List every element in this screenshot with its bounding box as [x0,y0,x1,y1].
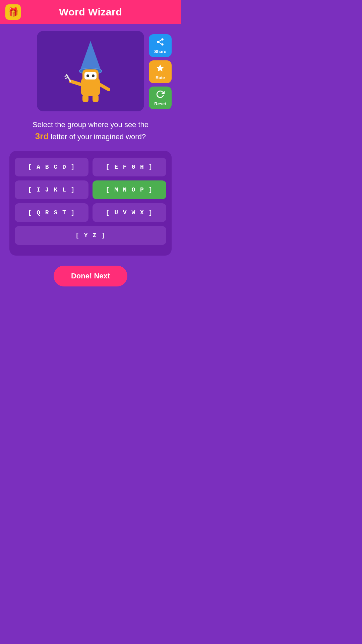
svg-rect-8 [82,95,88,102]
gift-icon: 🎁 [8,7,18,17]
main-content: Share Rate Re [0,24,181,293]
svg-point-15 [161,38,164,41]
app-title: Word Wizard [59,6,122,18]
group-efgh-button[interactable]: [ E F G H ] [93,158,166,176]
svg-line-10 [70,81,81,85]
question-text: Select the group where you see the 3rd l… [9,119,172,143]
gift-button[interactable]: 🎁 [5,4,21,20]
group-uvwx-button[interactable]: [ U V W X ] [93,203,166,222]
wizard-character [64,38,117,105]
groups-row-4: [ Y Z ] [15,226,166,245]
share-button[interactable]: Share [149,34,172,57]
svg-point-17 [161,43,164,46]
groups-row-1: [ A B C D ] [ E F G H ] [15,158,166,176]
svg-line-18 [159,42,161,44]
side-buttons-container: Share Rate Re [149,34,172,109]
rate-label: Rate [156,75,165,80]
groups-container: [ A B C D ] [ E F G H ] [ I J K L ] [ M … [9,151,172,256]
reset-label: Reset [154,101,166,106]
reset-button[interactable]: Reset [149,87,172,109]
group-mnop-button[interactable]: [ M N O P ] [93,180,166,199]
wizard-image [37,31,144,111]
svg-point-6 [86,74,89,77]
app-header: 🎁 Word Wizard [0,0,181,24]
group-abcd-button[interactable]: [ A B C D ] [15,158,88,176]
svg-marker-0 [80,41,101,71]
group-qrst-button[interactable]: [ Q R S T ] [15,203,88,222]
groups-row-2: [ I J K L ] [ M N O P ] [15,180,166,199]
question-text-before: Select the group where you see the [33,120,148,129]
rate-button[interactable]: Rate [149,60,172,83]
group-ijkl-button[interactable]: [ I J K L ] [15,180,88,199]
rate-star-icon [156,64,165,74]
wizard-area: Share Rate Re [9,31,172,111]
question-text-after: letter of your imagined word? [51,132,146,141]
question-ordinal: 3rd [35,131,49,141]
svg-point-7 [92,74,95,77]
group-yz-button[interactable]: [ Y Z ] [15,226,166,245]
svg-rect-5 [84,72,97,79]
svg-rect-9 [93,95,99,102]
share-icon [156,38,165,48]
share-label: Share [154,49,166,54]
reset-icon [156,90,165,100]
svg-marker-20 [157,64,164,71]
svg-point-16 [157,41,159,43]
groups-row-3: [ Q R S T ] [ U V W X ] [15,203,166,222]
svg-line-14 [100,85,109,90]
svg-line-19 [159,40,161,41]
done-next-button[interactable]: Done! Next [54,266,127,286]
